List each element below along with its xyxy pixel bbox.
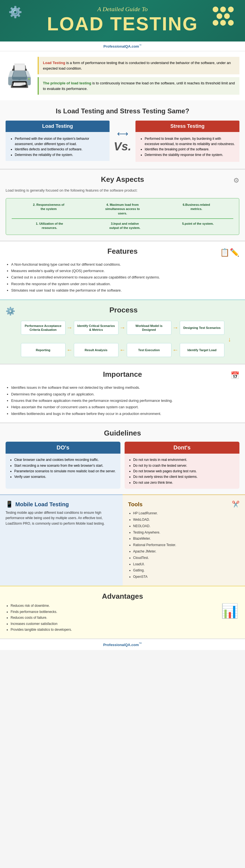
key-aspects-title: Key Aspects bbox=[69, 175, 176, 184]
aspect-item-5: 5.point of the system. bbox=[182, 222, 214, 230]
list-item: HP LoadRunner. bbox=[133, 510, 240, 517]
def-box2-intro: The principle of load testing bbox=[43, 81, 91, 85]
mobile-body: Testing mobile app under different load … bbox=[6, 510, 117, 526]
gear-icon: ⚙ bbox=[233, 177, 239, 184]
process-step-2: Identify Critical Scenarios & Metrics bbox=[74, 321, 118, 335]
guidelines-section: Guidelines DO's Clear browser cache and … bbox=[0, 423, 245, 494]
def-box1-intro: Load Testing bbox=[43, 61, 65, 65]
importance-section: Importance 📅 Identifies issues in the so… bbox=[0, 364, 245, 423]
stress-testing-column: Stress Testing Performed to break the sy… bbox=[135, 121, 239, 162]
features-section: Features 📋✏️ A Non-functional testing ty… bbox=[0, 241, 245, 299]
list-item: Testing Anywhere. bbox=[133, 529, 240, 536]
importance-icon: 📅 bbox=[230, 371, 239, 379]
arrow-right-3: → bbox=[172, 324, 179, 331]
process-row-2: Reporting ← Result Analysis ← Test Execu… bbox=[6, 343, 239, 357]
process-section: ⚙️ Process Performance Acceptance Criter… bbox=[0, 299, 245, 364]
list-item: Performed with the vision of the system'… bbox=[15, 136, 105, 147]
process-step-4: Designing Test Scenarios bbox=[180, 321, 224, 335]
list-item: Start recording a new scenario from the … bbox=[14, 463, 116, 468]
load-testing-column: Load Testing Performed with the vision o… bbox=[6, 121, 110, 162]
list-item: Parameterize scenarios to simulate more … bbox=[14, 468, 116, 474]
aspects-connector-line bbox=[12, 218, 233, 219]
list-item: Apache JMeter. bbox=[133, 548, 240, 555]
donts-body: Do not run tests in real environment. Do… bbox=[125, 454, 239, 489]
features-list: A Non-functional testing type carried ou… bbox=[6, 261, 239, 294]
key-aspects-subtitle: Load testing is generally focused on the… bbox=[6, 188, 239, 192]
definition-box1: Load Testing is a form of performance te… bbox=[38, 57, 239, 74]
process-flow: Performance Acceptance Criteria Evaluati… bbox=[6, 321, 239, 357]
process-step-3: Workload Model is Designed bbox=[127, 321, 171, 335]
bottom-two-col: 📱 Mobile Load Testing Testing mobile app… bbox=[0, 494, 245, 586]
list-item: Measures website's quality of service (Q… bbox=[11, 268, 239, 274]
guidelines-grid: DO's Clear browser cache and cookies bef… bbox=[6, 442, 239, 489]
tools-section: Tools ✂️ HP LoadRunner. WebLOAD. NEOLOAD… bbox=[123, 494, 245, 586]
list-item: Stimulates real user load to validate th… bbox=[11, 287, 239, 293]
mobile-title: 📱 Mobile Load Testing bbox=[6, 501, 117, 508]
aspect-item-6: 6.Business-related metrics. bbox=[179, 203, 215, 216]
header-subtitle: A Detailed Guide To bbox=[8, 6, 237, 13]
aspect-item-4: 4. Maximum load from simultaneous access… bbox=[105, 203, 141, 216]
list-item: Carried out in a controlled environment … bbox=[11, 274, 239, 280]
list-item: Do not browse web pages during test runs… bbox=[133, 468, 235, 474]
process-step-5: Reporting bbox=[21, 343, 65, 357]
list-item: Provides tangible statistics to develope… bbox=[10, 627, 216, 633]
header-icon: ⚙️ bbox=[8, 6, 22, 19]
list-item: Identifies defects and bottlenecks of so… bbox=[15, 147, 105, 152]
donts-column: Dont's Do not run tests in real environm… bbox=[125, 442, 239, 489]
list-item: Increases customer satisfaction bbox=[10, 621, 216, 627]
tools-list: HP LoadRunner. WebLOAD. NEOLOAD. Testing… bbox=[128, 510, 240, 580]
header-title: LOAD TESTING bbox=[8, 14, 237, 33]
mobile-icon: 📱 bbox=[6, 501, 13, 508]
process-step-7: Test Execution bbox=[127, 343, 171, 357]
arrow-left-3: ← bbox=[172, 346, 179, 354]
list-item: Identifies bottlenecks and bugs in the s… bbox=[11, 410, 239, 417]
list-item: Identifies issues in the software that w… bbox=[11, 384, 239, 391]
definition-icon: 🖨️ bbox=[6, 63, 33, 89]
process-step-6: Result Analysis bbox=[74, 343, 118, 357]
list-item: NEOLOAD. bbox=[133, 523, 240, 529]
process-step-1: Performance Acceptance Criteria Evaluati… bbox=[21, 321, 65, 335]
aspects-diagram: 2. Responsiveness of the system 4. Maxim… bbox=[6, 198, 239, 235]
arrow-right-1: → bbox=[66, 324, 73, 331]
list-item: Determines the stability response time o… bbox=[145, 152, 235, 158]
load-testing-body: Performed with the vision of the system'… bbox=[6, 132, 110, 161]
comparison-grid: Load Testing Performed with the vision o… bbox=[6, 121, 239, 162]
list-item: Gatling. bbox=[133, 567, 240, 574]
list-item: BlazeMeter. bbox=[133, 535, 240, 542]
brand-name-top: ProfessionalQA.com™ bbox=[103, 44, 142, 49]
comparison-title: Is Load Testing and Stress Testing Same? bbox=[6, 107, 239, 115]
dos-column: DO's Clear browser cache and cookies bef… bbox=[6, 442, 120, 489]
list-item: Reduces costs of failure. bbox=[10, 615, 216, 621]
list-item: Performed to break the system, by burden… bbox=[145, 136, 235, 147]
brand-name-footer: ProfessionalQA.com™ bbox=[103, 643, 142, 647]
list-item: Helps ascertain the number of concurrent… bbox=[11, 404, 239, 410]
importance-title: Importance bbox=[71, 370, 174, 379]
list-item: Clear browser cache and cookies before r… bbox=[14, 457, 116, 463]
list-item: Verify user scenarios. bbox=[14, 474, 116, 479]
tools-icon: ✂️ bbox=[232, 501, 239, 508]
footer-brand: ProfessionalQA.com™ bbox=[0, 639, 245, 650]
aspect-item-3: 3.Input and relative output of the syste… bbox=[107, 222, 143, 230]
list-item: Do not run tests in real environment. bbox=[133, 457, 235, 463]
dos-header: DO's bbox=[6, 442, 120, 454]
list-item: OpenSTA bbox=[133, 574, 240, 580]
definition-section: 🖨️ Load Testing is a form of performance… bbox=[0, 51, 245, 100]
definition-texts: Load Testing is a form of performance te… bbox=[38, 57, 239, 95]
list-item: Ensures that the software application me… bbox=[11, 397, 239, 404]
vs-label: Vs. bbox=[114, 140, 131, 153]
features-icon: 📋✏️ bbox=[220, 248, 239, 257]
stress-testing-body: Performed to break the system, by burden… bbox=[135, 132, 239, 162]
list-item: Identifies the breaking point of the sof… bbox=[145, 147, 235, 152]
features-title: Features bbox=[74, 247, 172, 256]
aspects-bottom-row: 1. Utilization of the resources. 3.Input… bbox=[12, 222, 233, 230]
stress-testing-header: Stress Testing bbox=[135, 121, 239, 132]
advantages-content: Reduces risk of downtime. Finds performa… bbox=[6, 603, 239, 633]
list-item: Do not try to crash the tested server. bbox=[133, 463, 235, 468]
arrow-left-1: ← bbox=[66, 346, 73, 354]
list-item: Determines the operating capacity of an … bbox=[11, 391, 239, 397]
list-item: Rational Performance Tester. bbox=[133, 542, 240, 548]
importance-list: Identifies issues in the software that w… bbox=[6, 384, 239, 417]
aspect-item-2: 2. Responsiveness of the system bbox=[31, 203, 67, 216]
list-item: WebLOAD. bbox=[133, 517, 240, 523]
load-testing-header: Load Testing bbox=[6, 121, 110, 132]
